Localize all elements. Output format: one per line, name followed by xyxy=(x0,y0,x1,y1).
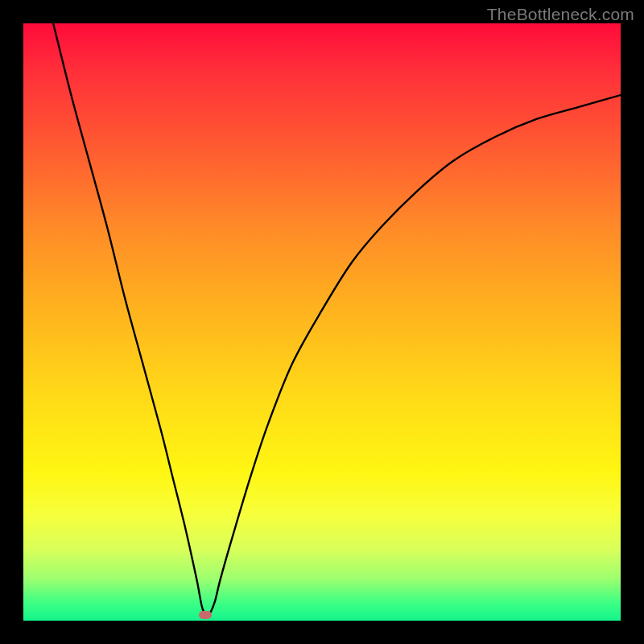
plot-area xyxy=(23,23,621,621)
bottleneck-curve xyxy=(23,23,621,621)
minimum-marker xyxy=(199,611,212,619)
chart-frame: TheBottleneck.com xyxy=(0,0,644,644)
watermark-label: TheBottleneck.com xyxy=(487,5,634,24)
